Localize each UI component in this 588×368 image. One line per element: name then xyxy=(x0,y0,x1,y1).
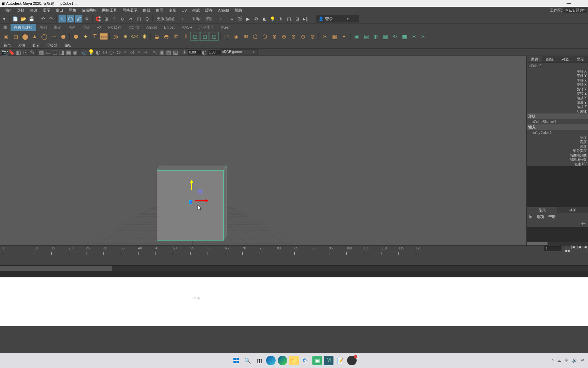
attr-visibility[interactable]: 可见性 xyxy=(527,109,588,113)
offset-edge-icon[interactable]: ⫽ xyxy=(340,32,348,41)
tray-volume-icon[interactable]: 🔊 xyxy=(572,358,577,363)
attr-scale-x[interactable]: 缩放 X xyxy=(527,96,588,100)
sculpt7-icon[interactable]: ✶ xyxy=(409,32,418,41)
display-tab[interactable]: 显示 xyxy=(527,207,557,213)
light-editor-icon[interactable]: 💡 xyxy=(269,15,276,22)
attr-width[interactable]: 宽度 xyxy=(527,135,588,140)
shelf-tab-polymodeling[interactable]: 多边形建模 xyxy=(11,24,36,31)
shelf-tab-mash[interactable]: MASH xyxy=(178,24,196,30)
keyframe-icon[interactable]: ◆▸ xyxy=(527,220,588,226)
shelf-tab-anim[interactable]: 动画 xyxy=(65,24,79,31)
snap-grid-icon[interactable]: ⊞ xyxy=(102,15,110,22)
grease-pencil-icon[interactable]: ✎ xyxy=(29,49,35,55)
input-name[interactable]: polyCube1 xyxy=(527,130,588,135)
shelf-tab-motion[interactable]: 运动图形 xyxy=(196,24,217,31)
snap-plane-icon[interactable]: ▱ xyxy=(127,15,134,22)
attr-create-uv[interactable]: 创建 UV xyxy=(527,162,588,166)
detach-icon[interactable]: ⊗ xyxy=(289,32,298,41)
2d-pan-icon[interactable]: ⊡ xyxy=(22,49,28,55)
isolate-select-icon[interactable]: ↖ xyxy=(152,49,158,55)
iso2-icon[interactable]: ▤ xyxy=(165,49,172,55)
panel-menu-shading[interactable]: 着色 xyxy=(0,42,14,49)
position-icon[interactable]: 0,0,0 xyxy=(130,32,139,41)
menu-cache[interactable]: 缓存 xyxy=(202,8,215,13)
menu-mesh[interactable]: 网格 xyxy=(66,8,79,13)
sculpt2-icon[interactable]: ▤ xyxy=(362,32,371,41)
attr-rotate-y[interactable]: 旋转 Y xyxy=(527,87,588,91)
panel-layout2-icon[interactable]: ⊞ xyxy=(293,15,301,22)
layers-option[interactable]: 层 xyxy=(529,214,533,219)
attr-subdiv-width[interactable]: 细分宽度 xyxy=(527,149,588,153)
tray-onedrive-icon[interactable]: ☁ xyxy=(557,358,561,363)
attr-translate-x[interactable]: 平移 X xyxy=(527,69,588,74)
color-space-dropdown[interactable]: sRGB gamma xyxy=(220,49,258,55)
menu-editmesh[interactable]: 编辑网格 xyxy=(79,8,99,13)
snap-view-icon[interactable]: ◫ xyxy=(135,15,143,22)
move-tool-icon[interactable]: ✥ xyxy=(83,15,91,22)
menu-create[interactable]: 创建 xyxy=(1,8,14,13)
shelf-tab-custom[interactable]: 自定义 xyxy=(125,24,143,31)
go-to-start-icon[interactable]: |◀◀ xyxy=(564,245,570,252)
magnet-icon[interactable]: 🧲 xyxy=(94,15,102,22)
menu-meshdisplay[interactable]: 网格显示 xyxy=(120,8,140,13)
gamma-icon[interactable]: ◐ xyxy=(201,49,207,55)
bookmark-icon[interactable]: 🔖 xyxy=(9,49,15,55)
task-view-button[interactable]: ◫ xyxy=(255,356,264,365)
obs-icon[interactable] xyxy=(347,356,357,365)
panel-menu-panels[interactable]: 面板 xyxy=(61,42,75,49)
isolate-icon[interactable]: ⊙ xyxy=(102,49,108,55)
attr-rotate-x[interactable]: 旋转 X xyxy=(527,82,588,87)
time-main-track[interactable] xyxy=(0,252,588,265)
attr-subdiv-height[interactable]: 高度细分数 xyxy=(527,153,588,157)
menu-generate[interactable]: 生成 xyxy=(190,8,202,13)
login-button[interactable]: 👤 登录 ▾ xyxy=(316,15,359,22)
notepad-icon[interactable]: 📝 xyxy=(336,356,345,365)
menu-windows[interactable]: 窗口 xyxy=(53,8,66,13)
new-scene-icon[interactable]: 📄 xyxy=(12,15,19,22)
shelf-tab-arnold[interactable]: Arnold xyxy=(143,24,161,30)
dropdown-icon[interactable]: ▾ xyxy=(0,15,8,22)
help-option[interactable]: 帮助 xyxy=(548,214,556,219)
snap-curve-icon[interactable]: ◠ xyxy=(111,15,118,22)
render-settings-icon[interactable]: ⚙ xyxy=(252,15,260,22)
attr-depth[interactable]: 深度 xyxy=(527,144,588,149)
attr-scale-z[interactable]: 缩放 Z xyxy=(527,105,588,109)
z-axis-handle[interactable] xyxy=(190,201,192,203)
mirror-icon[interactable]: ⫴ xyxy=(181,32,190,41)
iso3-icon[interactable]: ▧ xyxy=(172,49,178,55)
gamma-input[interactable] xyxy=(208,50,220,55)
maya-taskbar-icon[interactable]: M xyxy=(324,356,333,365)
start-button[interactable] xyxy=(231,356,241,365)
svg-icon[interactable]: SVG xyxy=(100,33,108,40)
hypershade-icon[interactable]: ◐ xyxy=(261,15,268,22)
shape-name[interactable]: pCubeShape1 xyxy=(527,119,588,124)
msaa-icon[interactable]: ◦ xyxy=(136,49,142,55)
menu-display[interactable]: 显示 xyxy=(40,8,53,13)
anim-tab[interactable]: 动画 xyxy=(557,207,588,213)
poly-cylinder-icon[interactable]: ⬤ xyxy=(21,32,30,41)
time-slider[interactable]: |◀◀ |◀ |◀ ◀ 1101520253035404550556065707… xyxy=(0,245,588,265)
step-back-key-icon[interactable]: |◀ xyxy=(570,245,576,252)
bevel-icon[interactable]: ◈ xyxy=(232,32,241,41)
quad-draw-icon[interactable]: ⊡ xyxy=(210,32,218,41)
shelf-tab-fxcache[interactable]: FX 缓存 xyxy=(105,24,125,31)
undo-icon[interactable]: ↶ xyxy=(39,15,47,22)
range-slider[interactable] xyxy=(0,265,588,271)
explorer-icon[interactable]: 📁 xyxy=(289,356,299,365)
extrude-icon[interactable]: ⬚ xyxy=(222,32,231,41)
options-option[interactable]: 选项 xyxy=(537,214,544,219)
poly-plane-icon[interactable]: ▭ xyxy=(49,32,58,41)
channel-tab[interactable]: 通道 xyxy=(527,56,542,62)
target-weld-icon[interactable]: ⊚ xyxy=(308,32,317,41)
y-axis-handle[interactable] xyxy=(191,180,192,190)
attr-rotate-z[interactable]: 旋转 Z xyxy=(527,91,588,96)
separate-icon[interactable]: ◓ xyxy=(162,32,171,41)
panel-menu-lighting[interactable]: 照明 xyxy=(14,42,29,49)
exposure-input[interactable] xyxy=(188,50,201,55)
panel-layout1-icon[interactable]: ◫ xyxy=(285,15,293,22)
wireframe-icon[interactable]: ▣ xyxy=(65,49,71,55)
shelf-tab-bifrost[interactable]: Bifrost xyxy=(161,24,178,30)
collapse-icon[interactable]: ⊛ xyxy=(270,32,279,41)
shelf-tab-rigging[interactable]: 绑定 xyxy=(50,24,65,31)
show-tab[interactable]: 显示 xyxy=(573,56,588,62)
